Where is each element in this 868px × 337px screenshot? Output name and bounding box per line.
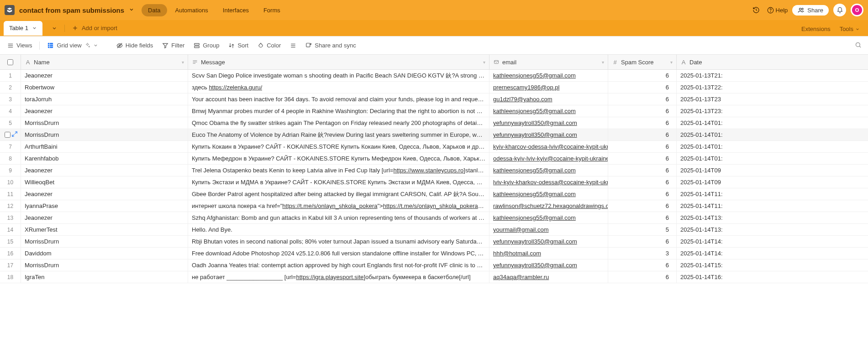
cell-message[interactable]: Купить Кокаин в Украине? САЙТ - KOKAINES… <box>188 141 489 152</box>
row-number-cell[interactable]: 8 <box>0 153 21 164</box>
row-number-cell[interactable]: 13 <box>0 212 21 223</box>
row-height-button[interactable] <box>286 41 300 51</box>
cell-message[interactable]: Szhq Afghanistan: Bomb and gun attacks i… <box>188 212 489 223</box>
cell-name[interactable]: toraJorruh <box>21 93 188 105</box>
row-number-cell[interactable]: 11 <box>0 188 21 200</box>
column-header-spam-score[interactable]: # Spam Score ▾ <box>608 55 677 69</box>
cell-spam-score[interactable]: 6 <box>608 93 677 105</box>
column-header-name[interactable]: A Name ▾ <box>21 55 188 69</box>
cell-name[interactable]: MorrissDrurn <box>21 117 188 129</box>
hide-fields-button[interactable]: Hide fields <box>113 40 157 51</box>
nav-tab-data[interactable]: Data <box>142 4 167 16</box>
extensions-link[interactable]: Extensions <box>801 26 831 32</box>
link[interactable]: https://t.me/s/onlayn_shkola_pokera <box>383 202 484 209</box>
email-link[interactable]: lviv-kyiv-kharkov-odessa@cocaine-kypit-u… <box>493 179 608 186</box>
cell-email[interactable]: yefunnywaytroll350@gmail.com <box>489 259 608 271</box>
views-menu-button[interactable]: Views <box>4 40 36 51</box>
cell-date[interactable]: 2025-01-14T01: <box>677 117 868 129</box>
row-number-cell[interactable]: 5 <box>0 117 21 129</box>
share-sync-button[interactable]: Share and sync <box>302 40 359 51</box>
cell-spam-score[interactable]: 6 <box>608 188 677 200</box>
email-link[interactable]: kathleensjonesg55@gmail.com <box>493 72 576 79</box>
tools-link[interactable]: Tools <box>840 26 860 32</box>
cell-name[interactable]: IyannaPrase <box>21 200 188 212</box>
email-link[interactable]: gu1dzl79@yahoo.com <box>493 96 552 103</box>
email-link[interactable]: yefunnywaytroll350@gmail.com <box>493 262 577 269</box>
share-button[interactable]: Share <box>792 5 829 16</box>
cell-name[interactable]: WillieoqBet <box>21 176 188 188</box>
cell-message[interactable]: интернет школа покера <a href="https://t… <box>188 200 489 212</box>
add-or-import-button[interactable]: Add or import <box>68 25 121 31</box>
cell-spam-score[interactable]: 6 <box>608 176 677 188</box>
cell-message[interactable]: Euco The Anatomy of Violence by Adrian R… <box>188 129 489 140</box>
table-row[interactable]: 17MorrissDrurnOadh Joanna Yeates trial: … <box>0 259 868 271</box>
table-row[interactable]: 4JeaonezerBmwj Myanmar probes murder of … <box>0 105 868 117</box>
email-link[interactable]: yourmail@gmail.com <box>493 226 549 233</box>
cell-spam-score[interactable]: 6 <box>608 105 677 117</box>
cell-date[interactable]: 2025-01-14T11: <box>677 200 868 212</box>
cell-spam-score[interactable]: 6 <box>608 200 677 212</box>
cell-date[interactable]: 2025-01-13T23 <box>677 93 868 105</box>
cell-email[interactable]: rawlinson@schuetz72.hexagonaldrawings.co… <box>489 200 608 212</box>
email-link[interactable]: hhh@hotmail.com <box>493 250 541 257</box>
cell-email[interactable]: kathleensjonesg55@gmail.com <box>489 105 608 117</box>
cell-email[interactable]: lviv-kyiv-kharkov-odessa@cocaine-kypit-u… <box>489 176 608 188</box>
cell-email[interactable]: kyiv-kharcov-odessa-lviv@cocaine-kypit-u… <box>489 141 608 152</box>
row-number-cell[interactable]: 16 <box>0 248 21 259</box>
chevron-down-icon[interactable] <box>129 7 134 14</box>
cell-spam-score[interactable]: 6 <box>608 141 677 152</box>
cell-email[interactable]: hhh@hotmail.com <box>489 248 608 259</box>
cell-spam-score[interactable]: 6 <box>608 129 677 140</box>
email-link[interactable]: rawlinson@schuetz72.hexagonaldrawings.co… <box>493 202 608 209</box>
email-link[interactable]: kathleensjonesg55@gmail.com <box>493 108 576 114</box>
cell-email[interactable]: yourmail@gmail.com <box>489 224 608 235</box>
cell-email[interactable]: yefunnywaytroll350@gmail.com <box>489 129 608 140</box>
email-link[interactable]: yefunnywaytroll350@gmail.com <box>493 119 577 126</box>
row-number-cell[interactable]: 6 <box>0 129 21 140</box>
group-button[interactable]: Group <box>190 40 223 51</box>
cell-name[interactable]: ArthurftBaini <box>21 141 188 152</box>
row-number-cell[interactable]: 10 <box>0 176 21 188</box>
table-row[interactable]: 16DaviddomFree download Adobe Photoshop … <box>0 248 868 259</box>
cell-email[interactable]: yefunnywaytroll350@gmail.com <box>489 236 608 247</box>
cell-spam-score[interactable]: 6 <box>608 117 677 129</box>
cell-message[interactable]: Hello. And Bye. <box>188 224 489 235</box>
select-all-checkbox[interactable] <box>7 59 13 65</box>
email-link[interactable]: yefunnywaytroll350@gmail.com <box>493 238 577 245</box>
table-row[interactable]: 6MorrissDrurnEuco The Anatomy of Violenc… <box>0 129 868 141</box>
cell-email[interactable]: kathleensjonesg55@gmail.com <box>489 212 608 223</box>
cell-name[interactable]: MorrissDrurn <box>21 236 188 247</box>
notifications-button[interactable] <box>833 4 846 16</box>
cell-date[interactable]: 2025-01-14T01: <box>677 141 868 152</box>
cell-email[interactable]: prernescamy1986@op.pl <box>489 82 608 93</box>
nav-tab-interfaces[interactable]: Interfaces <box>216 4 255 16</box>
cell-name[interactable]: Jeaonezer <box>21 188 188 200</box>
chevron-down-icon[interactable]: ▾ <box>602 60 604 65</box>
base-title[interactable]: contact from spam submissions <box>17 6 126 14</box>
row-number-cell[interactable]: 17 <box>0 259 21 271</box>
cell-name[interactable]: MorrissDrurn <box>21 259 188 271</box>
cell-spam-score[interactable]: 6 <box>608 70 677 81</box>
row-number-cell[interactable]: 14 <box>0 224 21 235</box>
select-all-checkbox-cell[interactable] <box>0 55 21 69</box>
nav-tab-automations[interactable]: Automations <box>169 4 215 16</box>
row-number-cell[interactable]: 7 <box>0 141 21 152</box>
row-number-cell[interactable]: 2 <box>0 82 21 93</box>
row-number-cell[interactable]: 12 <box>0 200 21 212</box>
cell-message[interactable]: Your account has been inactive for 364 d… <box>188 93 489 105</box>
cell-name[interactable]: MorrissDrurn <box>21 129 188 140</box>
cell-email[interactable]: yefunnywaytroll350@gmail.com <box>489 117 608 129</box>
chevron-down-icon[interactable]: ▾ <box>182 60 184 65</box>
cell-message[interactable]: Купить Экстази и МДМА в Украине? САЙТ - … <box>188 176 489 188</box>
color-button[interactable]: Color <box>254 40 284 51</box>
row-number-cell[interactable]: 3 <box>0 93 21 105</box>
cell-date[interactable]: 2025-01-14T13: <box>677 224 868 235</box>
cell-date[interactable]: 2025-01-13T22: <box>677 82 868 93</box>
email-link[interactable]: kathleensjonesg55@gmail.com <box>493 214 576 221</box>
row-number-cell[interactable]: 18 <box>0 271 21 283</box>
row-number-cell[interactable]: 9 <box>0 165 21 176</box>
table-row[interactable]: 11JeaonezerGbee Border Patrol agent hosp… <box>0 188 868 200</box>
table-row[interactable]: 7ArthurftBainiКупить Кокаин в Украине? С… <box>0 141 868 153</box>
column-header-email[interactable]: email ▾ <box>489 55 608 69</box>
expand-record-icon[interactable] <box>11 131 18 139</box>
